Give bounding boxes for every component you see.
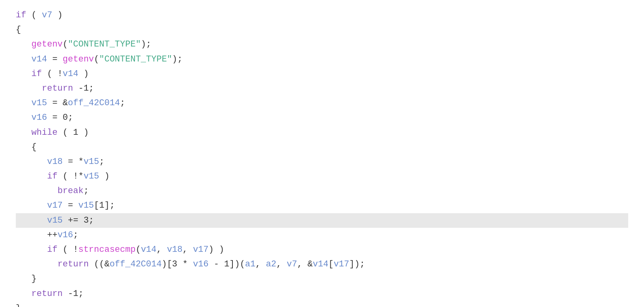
code-line: } [16,301,628,307]
code-line: break; [16,184,628,198]
code-line: } [16,272,628,286]
code-line: ++v16; [16,228,628,242]
code-line: v16 = 0; [16,110,628,125]
code-line: v15 = &off_42C014; [16,96,628,110]
code-editor: if ( v7 ){ getenv("CONTENT_TYPE"); v14 =… [0,0,644,307]
code-line: v14 = getenv("CONTENT_TYPE"); [16,52,628,67]
code-line: v17 = v15[1]; [16,198,628,213]
code-line: v15 += 3; [16,213,628,228]
code-line: return -1; [16,81,628,96]
code-line: if ( !*v15 ) [16,169,628,184]
code-line: getenv("CONTENT_TYPE"); [16,37,628,52]
code-line: while ( 1 ) [16,125,628,140]
code-line: return ((&off_42C014)[3 * v16 - 1])(a1, … [16,257,628,272]
code-line: { [16,140,628,154]
code-line: if ( !v14 ) [16,67,628,81]
code-line: if ( !strncasecmp(v14, v18, v17) ) [16,242,628,257]
code-block: if ( v7 ){ getenv("CONTENT_TYPE"); v14 =… [16,8,628,307]
code-line: { [16,22,628,37]
code-line: v18 = *v15; [16,154,628,169]
code-line: if ( v7 ) [16,8,628,22]
code-line: return -1; [16,287,628,301]
